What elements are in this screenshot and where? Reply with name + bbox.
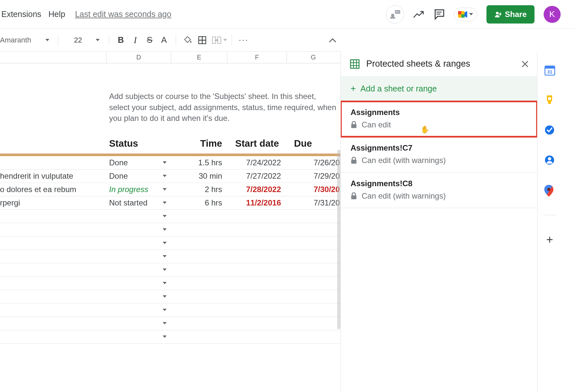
- font-size-select[interactable]: 22: [69, 36, 104, 44]
- table-row[interactable]: o dolores et ea rebumIn progress2 hrs7/2…: [0, 183, 340, 196]
- last-edit-link[interactable]: Last edit was seconds ago: [75, 9, 172, 19]
- fill-color-button[interactable]: [181, 33, 195, 47]
- collapse-toolbar-button[interactable]: [329, 38, 337, 43]
- account-avatar[interactable]: K: [544, 6, 561, 23]
- lock-icon: [351, 121, 357, 128]
- table-header-start: Start date: [227, 138, 287, 154]
- cell-status[interactable]: Done: [107, 172, 171, 181]
- cell-time[interactable]: 2 hrs: [171, 185, 227, 194]
- table-row[interactable]: [0, 277, 340, 290]
- protected-range-item[interactable]: AssignmentsCan edit✋: [341, 101, 537, 137]
- cell-status[interactable]: In progress: [107, 185, 171, 194]
- activity-dashboard-button[interactable]: [386, 5, 404, 24]
- cell-start-date[interactable]: 7/27/2022: [227, 172, 287, 181]
- table-row[interactable]: hendrerit in vulputateDone30 min7/27/202…: [0, 170, 340, 183]
- merge-cells-button[interactable]: [209, 33, 224, 47]
- share-button[interactable]: Share: [486, 5, 534, 24]
- svg-text:31: 31: [547, 69, 552, 74]
- cell-time[interactable]: 1.5 hrs: [171, 158, 227, 167]
- cell-start-date[interactable]: 11/2/2016: [227, 198, 287, 207]
- column-header-d[interactable]: D: [107, 52, 171, 63]
- keep-icon[interactable]: [544, 95, 555, 106]
- protected-range-item[interactable]: Assignments!C7Can edit (with warnings): [341, 137, 537, 172]
- cell-due-date[interactable]: 7/30/20: [287, 185, 340, 194]
- column-header-blank[interactable]: [0, 52, 107, 63]
- meet-button[interactable]: [454, 8, 477, 21]
- comments-icon[interactable]: [434, 9, 445, 20]
- table-row[interactable]: [0, 223, 340, 237]
- svg-point-30: [548, 157, 551, 160]
- cell-assignment[interactable]: hendrerit in vulputate: [0, 172, 107, 181]
- protected-ranges-panel: Protected sheets & ranges + Add a sheet …: [340, 52, 537, 392]
- cell-assignment[interactable]: o dolores et ea rebum: [0, 185, 107, 194]
- chevron-down-icon: [163, 322, 167, 324]
- column-header-g[interactable]: G: [287, 52, 340, 63]
- toolbar-separator: [176, 35, 176, 45]
- header-actions: Share K: [386, 5, 565, 24]
- cell-assignment[interactable]: rpergi: [0, 198, 107, 207]
- calendar-icon[interactable]: 31: [544, 65, 555, 76]
- svg-rect-16: [351, 60, 359, 68]
- table-row[interactable]: [0, 317, 340, 330]
- close-panel-button[interactable]: [521, 60, 529, 68]
- table-row[interactable]: rpergiNot started6 hrs11/2/20167/31/20: [0, 196, 340, 210]
- toolbar-separator: [58, 35, 58, 45]
- table-row[interactable]: Done1.5 hrs7/24/20227/26/20: [0, 156, 340, 170]
- bold-button[interactable]: B: [114, 33, 128, 47]
- table-row[interactable]: [0, 237, 340, 250]
- protected-range-name: Assignments: [351, 108, 527, 117]
- column-headers: D E F G: [0, 52, 340, 63]
- cell-start-date[interactable]: 7/24/2022: [227, 158, 287, 167]
- menu-help[interactable]: Help: [48, 9, 65, 19]
- borders-button[interactable]: [195, 33, 209, 47]
- svg-rect-9: [461, 14, 465, 18]
- table-row[interactable]: [0, 263, 340, 277]
- format-toolbar: Amaranth 22 B I S A ···: [0, 29, 340, 52]
- cell-start-date[interactable]: 7/28/2022: [227, 185, 287, 194]
- scrollbar[interactable]: [337, 150, 340, 329]
- table-header-time: Time: [171, 138, 227, 154]
- table-body: Done1.5 hrs7/24/20227/26/20hendrerit in …: [0, 156, 340, 344]
- table-row[interactable]: [0, 330, 340, 344]
- panel-title: Protected sheets & ranges: [366, 59, 515, 69]
- protected-range-item[interactable]: Assignments!C8Can edit (with warnings): [341, 172, 537, 208]
- table-row[interactable]: [0, 210, 340, 223]
- cell-due-date[interactable]: 7/29/20: [287, 172, 340, 181]
- cell-due-date[interactable]: 7/26/20: [287, 158, 340, 167]
- protected-range-name: Assignments!C8: [351, 179, 527, 188]
- chevron-down-icon: [163, 175, 167, 177]
- italic-button[interactable]: I: [128, 33, 142, 47]
- cell-time[interactable]: 6 hrs: [171, 198, 227, 207]
- main-area: D E F G Add subjects or course to the 'S…: [0, 52, 575, 392]
- app-header: Extensions Help Last edit was seconds ag…: [0, 0, 575, 29]
- column-header-e[interactable]: E: [171, 52, 227, 63]
- contacts-icon[interactable]: [544, 155, 555, 166]
- meet-icon: [458, 10, 467, 19]
- spreadsheet-area[interactable]: D E F G Add subjects or course to the 'S…: [0, 52, 340, 392]
- text-color-button[interactable]: A: [157, 33, 171, 47]
- table-row[interactable]: [0, 290, 340, 303]
- cell-time[interactable]: 30 min: [171, 172, 227, 181]
- table-row[interactable]: [0, 303, 340, 317]
- cell-status[interactable]: Not started: [107, 198, 171, 207]
- maps-icon[interactable]: [544, 185, 555, 196]
- chevron-down-icon: [163, 242, 167, 244]
- chevron-down-icon: [163, 282, 167, 284]
- cell-status[interactable]: Done: [107, 158, 171, 167]
- tasks-icon[interactable]: [544, 125, 555, 136]
- panel-body: + Add a sheet or range AssignmentsCan ed…: [341, 76, 537, 392]
- protected-range-name: Assignments!C7: [351, 143, 527, 153]
- column-header-f[interactable]: F: [227, 52, 287, 63]
- menu-extensions[interactable]: Extensions: [1, 9, 41, 19]
- strikethrough-button[interactable]: S: [142, 33, 157, 47]
- trend-icon[interactable]: [413, 9, 424, 20]
- more-toolbar-button[interactable]: ···: [237, 33, 251, 47]
- table-row[interactable]: [0, 250, 340, 263]
- protected-range-permission: Can edit (with warnings): [351, 156, 527, 165]
- font-family-select[interactable]: Amaranth: [0, 36, 53, 44]
- chevron-down-icon: [163, 202, 167, 204]
- add-addon-button[interactable]: +: [544, 234, 555, 245]
- add-sheet-or-range-button[interactable]: + Add a sheet or range: [341, 76, 537, 101]
- cell-due-date[interactable]: 7/31/20: [287, 198, 340, 207]
- chevron-down-icon: [163, 228, 167, 231]
